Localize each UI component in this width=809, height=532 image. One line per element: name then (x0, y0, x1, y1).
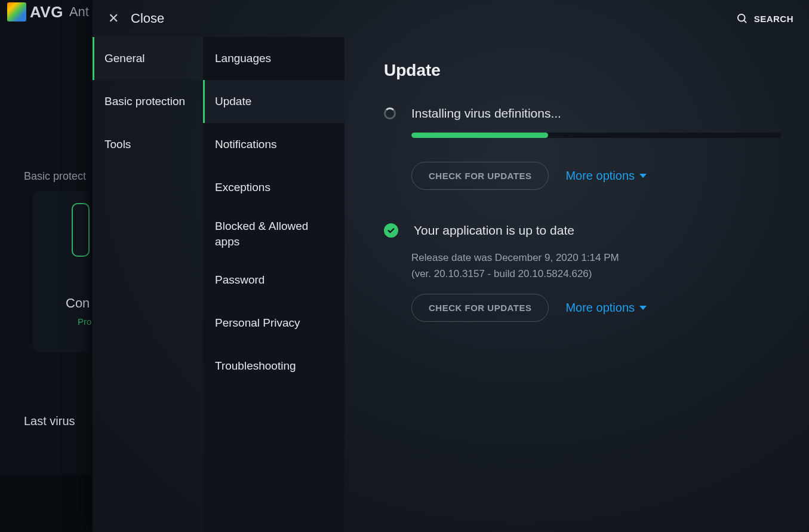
definitions-actions: CHECK FOR UPDATES More options (411, 162, 782, 190)
secondary-nav-personal-privacy[interactable]: Personal Privacy (203, 302, 344, 345)
settings-panel: ✕ Close SEARCH General Basic protection … (93, 0, 809, 532)
application-check-updates-button[interactable]: CHECK FOR UPDATES (411, 294, 549, 322)
more-options-label: More options (565, 301, 635, 315)
nav-item-label: Exceptions (215, 180, 270, 195)
application-actions: CHECK FOR UPDATES More options (411, 294, 782, 322)
secondary-nav-blocked-allowed-apps[interactable]: Blocked & Allowed apps (203, 209, 344, 259)
nav-item-label: Tools (104, 138, 131, 151)
application-section: Your application is up to date Release d… (384, 223, 782, 322)
definitions-check-updates-button[interactable]: CHECK FOR UPDATES (411, 162, 549, 190)
bg-section-label: Basic protect (24, 170, 86, 183)
nav-item-label: Troubleshooting (215, 358, 296, 374)
check-circle-icon (384, 223, 398, 238)
primary-nav: General Basic protection Tools (93, 37, 203, 166)
primary-nav-tools[interactable]: Tools (93, 123, 203, 166)
spinner-icon (384, 107, 396, 119)
bg-footer: We Ou (0, 475, 93, 532)
nav-item-label: Basic protection (104, 95, 185, 108)
nav-item-label: Update (215, 94, 251, 109)
more-options-label: More options (565, 169, 635, 183)
nav-item-label: Password (215, 272, 264, 288)
nav-item-label: Notifications (215, 137, 277, 152)
secondary-nav-languages[interactable]: Languages (203, 37, 344, 80)
application-status-text: Your application is up to date (414, 223, 574, 238)
application-status-sub: Release date was December 9, 2020 1:14 P… (411, 250, 782, 282)
page-title: Update (384, 61, 782, 80)
search-icon (736, 13, 748, 24)
nav-item-label: Languages (215, 51, 271, 66)
secondary-nav-update[interactable]: Update (203, 80, 344, 123)
search-button[interactable]: SEARCH (736, 13, 793, 24)
close-button[interactable]: ✕ Close (108, 11, 164, 26)
secondary-nav-troubleshooting[interactable]: Troubleshooting (203, 345, 344, 388)
secondary-nav: Languages Update Notifications Exception… (203, 37, 344, 532)
primary-nav-general[interactable]: General (93, 37, 203, 80)
definitions-more-options-link[interactable]: More options (565, 169, 647, 183)
definitions-section: Installing virus definitions... CHECK FO… (384, 106, 782, 190)
application-version-line: (ver. 20.10.3157 - build 20.10.5824.626) (411, 266, 782, 282)
application-more-options-link[interactable]: More options (565, 301, 647, 315)
bg-card-sub: Pro (78, 316, 91, 327)
brand-text: AVG (30, 3, 63, 21)
caret-down-icon (639, 306, 647, 310)
bg-card: Con Pro (33, 191, 90, 352)
secondary-nav-notifications[interactable]: Notifications (203, 123, 344, 166)
close-icon: ✕ (108, 11, 119, 26)
search-label: SEARCH (754, 14, 793, 24)
nav-item-label: Blocked & Allowed apps (215, 219, 333, 249)
primary-nav-basic-protection[interactable]: Basic protection (93, 80, 203, 123)
panel-header: ✕ Close SEARCH (93, 0, 809, 37)
caret-down-icon (639, 174, 647, 178)
svg-line-5 (744, 20, 746, 23)
definitions-status-text: Installing virus definitions... (411, 106, 561, 121)
bg-card-heading: Con (66, 296, 90, 311)
secondary-nav-exceptions[interactable]: Exceptions (203, 166, 344, 209)
close-label: Close (131, 11, 164, 26)
definitions-progress (411, 133, 782, 138)
nav-item-label: Personal Privacy (215, 315, 300, 331)
content-area: Update Installing virus definitions... C… (344, 37, 809, 532)
brand-subtext: Ant (69, 4, 89, 20)
app-logo: AVG Ant (7, 2, 89, 21)
bg-card-icon (72, 203, 90, 257)
definitions-progress-bar (411, 133, 548, 138)
application-release-line: Release date was December 9, 2020 1:14 P… (411, 250, 782, 266)
bg-last-virus-label: Last virus (24, 414, 75, 428)
application-status-row: Your application is up to date (384, 223, 782, 238)
svg-point-4 (738, 14, 745, 21)
definitions-status-row: Installing virus definitions... (384, 106, 782, 121)
nav-item-label: General (104, 52, 145, 65)
secondary-nav-password[interactable]: Password (203, 259, 344, 302)
avg-logo-icon (7, 2, 26, 21)
